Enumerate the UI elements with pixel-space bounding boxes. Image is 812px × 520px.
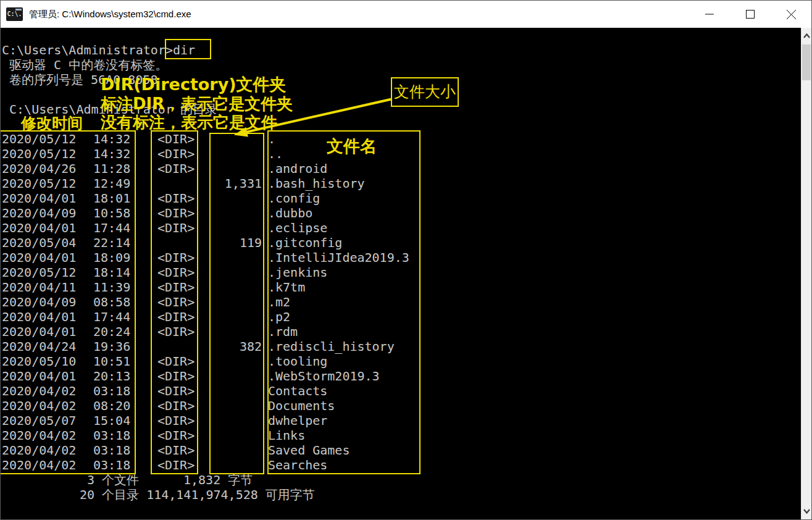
dirs-summary-line: 20 个目录 114,141,974,528 可用字节 [1,487,801,502]
file-modified-date: 2020/05/12 [1,146,92,161]
dir-marker: <DIR> [156,161,203,176]
table-row: 2020/04/02 03:18 <DIR> Searches [1,458,801,472]
file-modified-time: 17:44 [92,220,156,235]
file-name-value: Documents [262,398,801,413]
file-modified-date: 2020/04/01 [1,250,92,265]
minimize-button[interactable] [689,1,730,28]
file-name-value: .WebStorm2019.3 [262,369,801,384]
file-name-value: .rediscli_history [262,339,801,354]
file-modified-date: 2020/04/01 [1,220,92,235]
file-size-value [203,354,262,369]
file-modified-date: 2020/05/10 [1,354,92,369]
prompt-line: C:\Users\Administrator>dir [1,43,801,57]
dir-marker: <DIR> [156,354,203,369]
files-count: 3 个文件 [87,472,139,487]
table-row: 2020/05/12 14:32 <DIR> .. [1,146,801,161]
file-name-value: .k7tm [262,280,801,295]
file-size-value: 1,331 [203,176,262,191]
file-modified-time: 20:24 [92,324,156,339]
file-name-value: .tooling [262,354,801,369]
dir-marker: <DIR> [156,309,203,324]
file-name-value: Links [262,428,801,443]
file-size-value: 119 [203,235,262,250]
file-modified-time: 10:58 [92,206,156,220]
file-modified-date: 2020/04/02 [1,398,92,413]
file-name-value: dwhelper [262,413,801,428]
table-row: 2020/04/01 17:44 <DIR> .p2 [1,309,801,324]
table-row: 2020/05/04 22:14 119 .gitconfig [1,235,801,250]
table-row: 2020/04/02 03:18 <DIR> Saved Games [1,443,801,458]
file-size-value [203,369,262,384]
file-size-value [203,132,262,146]
file-modified-time: 19:36 [92,339,156,354]
dir-marker: <DIR> [156,384,203,398]
file-modified-time: 12:49 [92,176,156,191]
file-modified-time: 10:51 [92,354,156,369]
table-row: 2020/04/02 03:18 <DIR> Contacts [1,384,801,398]
file-size-value [203,384,262,398]
dir-marker: <DIR> [156,146,203,161]
file-size-value [203,250,262,265]
table-row: 2020/04/09 10:58 <DIR> .dubbo [1,206,801,220]
close-button[interactable] [771,1,811,28]
file-modified-date: 2020/05/04 [1,235,92,250]
file-modified-date: 2020/04/11 [1,280,92,295]
file-modified-time: 18:01 [92,191,156,206]
file-size-value [203,324,262,339]
table-row: 2020/04/24 19:36 382 .rediscli_history [1,339,801,354]
scroll-up-icon[interactable] [802,29,812,43]
table-row: 2020/04/01 20:13 <DIR> .WebStorm2019.3 [1,369,801,384]
file-name-value: . [262,132,801,146]
table-row: 2020/04/02 03:18 <DIR> Links [1,428,801,443]
file-name-value: .IntelliJIdea2019.3 [262,250,801,265]
file-name-value: .. [262,146,801,161]
file-modified-date: 2020/05/12 [1,176,92,191]
scrollbar-thumb[interactable] [802,44,811,80]
file-listing: 2020/05/12 14:32 <DIR> . 2020/05/12 14:3… [1,132,801,472]
table-row: 2020/04/01 18:01 <DIR> .config [1,191,801,206]
maximize-icon [745,9,755,19]
table-row: 2020/04/26 11:28 <DIR> .android [1,161,801,176]
dir-marker [156,235,203,250]
file-modified-date: 2020/04/01 [1,369,92,384]
file-modified-time: 17:44 [92,309,156,324]
file-modified-date: 2020/04/02 [1,458,92,472]
table-row: 2020/05/10 10:51 <DIR> .tooling [1,354,801,369]
file-modified-date: 2020/04/01 [1,191,92,206]
table-row: 2020/04/01 20:24 <DIR> .rdm [1,324,801,339]
file-modified-date: 2020/04/24 [1,339,92,354]
dir-marker: <DIR> [156,132,203,146]
file-size-value [203,443,262,458]
table-row: 2020/04/11 11:39 <DIR> .k7tm [1,280,801,295]
maximize-button[interactable] [730,1,771,28]
file-size-value [203,161,262,176]
file-name-value: .m2 [262,295,801,309]
file-size-value [203,295,262,309]
window-title: 管理员: C:\Windows\system32\cmd.exe [29,9,191,20]
table-row: 2020/05/12 14:32 <DIR> . [1,132,801,146]
dir-marker [156,176,203,191]
cmd-app-icon: C:\. [6,7,23,21]
volume-serial-line: 卷的序列号是 56A0-8058 [1,72,801,87]
file-modified-time: 22:14 [92,235,156,250]
title-bar: C:\. 管理员: C:\Windows\system32\cmd.exe [1,1,811,28]
vertical-scrollbar[interactable] [801,28,811,519]
file-modified-date: 2020/05/12 [1,132,92,146]
directory-header-line: C:\Users\Administrator 的目录 [1,102,801,117]
file-modified-time: 15:04 [92,413,156,428]
file-name-value: Saved Games [262,443,801,458]
window-controls [689,1,811,28]
file-size-value [203,413,262,428]
scroll-down-icon[interactable] [802,505,812,518]
table-row: 2020/04/01 18:09 <DIR> .IntelliJIdea2019… [1,250,801,265]
file-modified-time: 03:18 [92,384,156,398]
file-modified-date: 2020/04/02 [1,443,92,458]
cmd-window: C:\. 管理员: C:\Windows\system32\cmd.exe [0,0,812,520]
file-name-value: .config [262,191,801,206]
file-name-value: Contacts [262,384,801,398]
file-size-value [203,191,262,206]
file-modified-date: 2020/04/01 [1,324,92,339]
table-row: 2020/04/02 08:20 <DIR> Documents [1,398,801,413]
file-size-value: 382 [203,339,262,354]
file-name-value: .jenkins [262,265,801,280]
